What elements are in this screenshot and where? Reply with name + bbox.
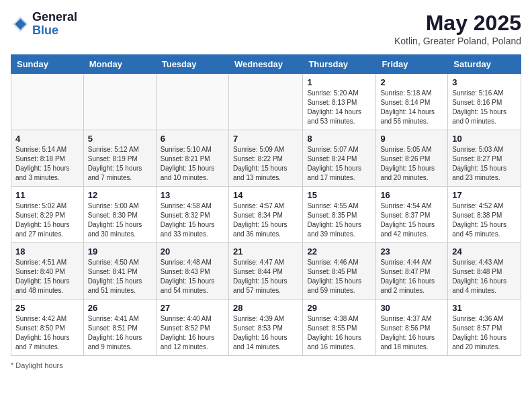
- day-of-week-header: Sunday: [11, 55, 84, 74]
- day-info: Sunrise: 4:47 AM Sunset: 8:44 PM Dayligh…: [233, 258, 298, 295]
- title-block: May 2025 Kotlin, Greater Poland, Poland: [394, 11, 521, 46]
- calendar-day-cell: 9Sunrise: 5:05 AM Sunset: 8:26 PM Daylig…: [376, 130, 448, 187]
- calendar-week-row: 1Sunrise: 5:20 AM Sunset: 8:13 PM Daylig…: [11, 74, 521, 130]
- calendar-day-cell: 10Sunrise: 5:03 AM Sunset: 8:27 PM Dayli…: [448, 130, 521, 187]
- day-info: Sunrise: 4:40 AM Sunset: 8:52 PM Dayligh…: [161, 314, 224, 352]
- day-info: Sunrise: 4:46 AM Sunset: 8:45 PM Dayligh…: [307, 258, 371, 295]
- logo-text: General Blue: [32, 11, 77, 38]
- calendar-day-cell: 27Sunrise: 4:40 AM Sunset: 8:52 PM Dayli…: [156, 300, 228, 356]
- day-info: Sunrise: 4:50 AM Sunset: 8:41 PM Dayligh…: [88, 258, 152, 295]
- day-number: 30: [380, 303, 443, 313]
- day-info: Sunrise: 4:39 AM Sunset: 8:53 PM Dayligh…: [233, 314, 298, 352]
- calendar-day-cell: 7Sunrise: 5:09 AM Sunset: 8:22 PM Daylig…: [228, 130, 302, 187]
- calendar-day-cell: 16Sunrise: 4:54 AM Sunset: 8:37 PM Dayli…: [376, 187, 448, 243]
- day-info: Sunrise: 4:42 AM Sunset: 8:50 PM Dayligh…: [15, 314, 79, 352]
- day-info: Sunrise: 4:52 AM Sunset: 8:38 PM Dayligh…: [452, 201, 517, 239]
- day-number: 6: [161, 134, 224, 144]
- calendar-day-cell: 4Sunrise: 5:14 AM Sunset: 8:18 PM Daylig…: [11, 130, 84, 187]
- calendar-week-row: 4Sunrise: 5:14 AM Sunset: 8:18 PM Daylig…: [11, 130, 521, 187]
- calendar-table: SundayMondayTuesdayWednesdayThursdayFrid…: [11, 54, 521, 356]
- day-info: Sunrise: 4:43 AM Sunset: 8:48 PM Dayligh…: [452, 258, 517, 295]
- day-info: Sunrise: 5:02 AM Sunset: 8:29 PM Dayligh…: [15, 201, 79, 239]
- day-number: 16: [380, 190, 443, 200]
- day-info: Sunrise: 4:57 AM Sunset: 8:34 PM Dayligh…: [233, 201, 298, 239]
- calendar-day-cell: 23Sunrise: 4:44 AM Sunset: 8:47 PM Dayli…: [376, 243, 448, 300]
- day-number: 8: [307, 134, 371, 144]
- day-number: 23: [380, 246, 443, 257]
- calendar-day-cell: 29Sunrise: 4:38 AM Sunset: 8:55 PM Dayli…: [303, 300, 376, 356]
- day-number: 14: [233, 190, 298, 200]
- day-info: Sunrise: 4:58 AM Sunset: 8:32 PM Dayligh…: [161, 201, 224, 239]
- day-info: Sunrise: 4:55 AM Sunset: 8:35 PM Dayligh…: [307, 201, 371, 239]
- calendar-day-cell: 17Sunrise: 4:52 AM Sunset: 8:38 PM Dayli…: [448, 187, 521, 243]
- day-number: 29: [307, 303, 371, 313]
- calendar-day-cell: 20Sunrise: 4:48 AM Sunset: 8:43 PM Dayli…: [156, 243, 228, 300]
- day-number: 19: [88, 246, 152, 257]
- calendar-week-row: 11Sunrise: 5:02 AM Sunset: 8:29 PM Dayli…: [11, 187, 521, 243]
- calendar-day-cell: 2Sunrise: 5:18 AM Sunset: 8:14 PM Daylig…: [376, 74, 448, 130]
- calendar-day-cell: 22Sunrise: 4:46 AM Sunset: 8:45 PM Dayli…: [303, 243, 376, 300]
- day-info: Sunrise: 5:09 AM Sunset: 8:22 PM Dayligh…: [233, 145, 298, 183]
- day-number: 1: [307, 77, 371, 87]
- month-title: May 2025: [394, 11, 521, 36]
- day-info: Sunrise: 5:20 AM Sunset: 8:13 PM Dayligh…: [307, 89, 371, 126]
- calendar-day-cell: [11, 74, 84, 130]
- day-info: Sunrise: 5:07 AM Sunset: 8:24 PM Dayligh…: [307, 145, 371, 183]
- day-info: Sunrise: 5:16 AM Sunset: 8:16 PM Dayligh…: [452, 89, 517, 126]
- day-number: 5: [88, 134, 152, 144]
- day-of-week-header: Saturday: [448, 55, 521, 74]
- calendar-day-cell: 24Sunrise: 4:43 AM Sunset: 8:48 PM Dayli…: [448, 243, 521, 300]
- calendar-day-cell: 25Sunrise: 4:42 AM Sunset: 8:50 PM Dayli…: [11, 300, 84, 356]
- day-number: 25: [15, 303, 79, 313]
- day-number: 24: [452, 246, 517, 257]
- calendar-day-cell: 6Sunrise: 5:10 AM Sunset: 8:21 PM Daylig…: [156, 130, 228, 187]
- calendar-day-cell: 15Sunrise: 4:55 AM Sunset: 8:35 PM Dayli…: [303, 187, 376, 243]
- calendar-day-cell: [156, 74, 228, 130]
- day-number: 9: [380, 134, 443, 144]
- logo-general: General: [32, 11, 77, 24]
- calendar-day-cell: 5Sunrise: 5:12 AM Sunset: 8:19 PM Daylig…: [83, 130, 156, 187]
- day-number: 18: [15, 246, 79, 257]
- day-number: 28: [233, 303, 298, 313]
- calendar-header-row: SundayMondayTuesdayWednesdayThursdayFrid…: [11, 55, 521, 74]
- calendar-day-cell: 19Sunrise: 4:50 AM Sunset: 8:41 PM Dayli…: [83, 243, 156, 300]
- day-number: 20: [161, 246, 224, 257]
- calendar-day-cell: 11Sunrise: 5:02 AM Sunset: 8:29 PM Dayli…: [11, 187, 84, 243]
- logo-blue: Blue: [32, 24, 77, 38]
- day-number: 21: [233, 246, 298, 257]
- day-info: Sunrise: 5:00 AM Sunset: 8:30 PM Dayligh…: [88, 201, 152, 239]
- day-of-week-header: Thursday: [303, 55, 376, 74]
- day-info: Sunrise: 4:38 AM Sunset: 8:55 PM Dayligh…: [307, 314, 371, 352]
- calendar-day-cell: 13Sunrise: 4:58 AM Sunset: 8:32 PM Dayli…: [156, 187, 228, 243]
- day-info: Sunrise: 5:12 AM Sunset: 8:19 PM Dayligh…: [88, 145, 152, 183]
- logo-icon: [11, 15, 30, 34]
- calendar-day-cell: 31Sunrise: 4:36 AM Sunset: 8:57 PM Dayli…: [448, 300, 521, 356]
- day-of-week-header: Wednesday: [228, 55, 302, 74]
- day-info: Sunrise: 4:54 AM Sunset: 8:37 PM Dayligh…: [380, 201, 443, 239]
- day-number: 26: [88, 303, 152, 313]
- day-of-week-header: Monday: [83, 55, 156, 74]
- calendar-week-row: 18Sunrise: 4:51 AM Sunset: 8:40 PM Dayli…: [11, 243, 521, 300]
- calendar-day-cell: 21Sunrise: 4:47 AM Sunset: 8:44 PM Dayli…: [228, 243, 302, 300]
- calendar-day-cell: 18Sunrise: 4:51 AM Sunset: 8:40 PM Dayli…: [11, 243, 84, 300]
- day-number: 4: [15, 134, 79, 144]
- day-info: Sunrise: 4:44 AM Sunset: 8:47 PM Dayligh…: [380, 258, 443, 295]
- day-info: Sunrise: 5:03 AM Sunset: 8:27 PM Dayligh…: [452, 145, 517, 183]
- calendar-day-cell: 30Sunrise: 4:37 AM Sunset: 8:56 PM Dayli…: [376, 300, 448, 356]
- calendar-day-cell: 3Sunrise: 5:16 AM Sunset: 8:16 PM Daylig…: [448, 74, 521, 130]
- day-number: 13: [161, 190, 224, 200]
- day-number: 12: [88, 190, 152, 200]
- day-info: Sunrise: 5:18 AM Sunset: 8:14 PM Dayligh…: [380, 89, 443, 126]
- day-info: Sunrise: 4:48 AM Sunset: 8:43 PM Dayligh…: [161, 258, 224, 295]
- day-info: Sunrise: 5:14 AM Sunset: 8:18 PM Dayligh…: [15, 145, 79, 183]
- calendar-day-cell: 14Sunrise: 4:57 AM Sunset: 8:34 PM Dayli…: [228, 187, 302, 243]
- page-header: General Blue May 2025 Kotlin, Greater Po…: [11, 11, 521, 46]
- day-number: 10: [452, 134, 517, 144]
- calendar-day-cell: [228, 74, 302, 130]
- calendar-day-cell: 26Sunrise: 4:41 AM Sunset: 8:51 PM Dayli…: [83, 300, 156, 356]
- calendar-day-cell: [83, 74, 156, 130]
- footer-note-text: Daylight hours: [15, 361, 62, 369]
- calendar-week-row: 25Sunrise: 4:42 AM Sunset: 8:50 PM Dayli…: [11, 300, 521, 356]
- calendar-day-cell: 28Sunrise: 4:39 AM Sunset: 8:53 PM Dayli…: [228, 300, 302, 356]
- calendar-day-cell: 1Sunrise: 5:20 AM Sunset: 8:13 PM Daylig…: [303, 74, 376, 130]
